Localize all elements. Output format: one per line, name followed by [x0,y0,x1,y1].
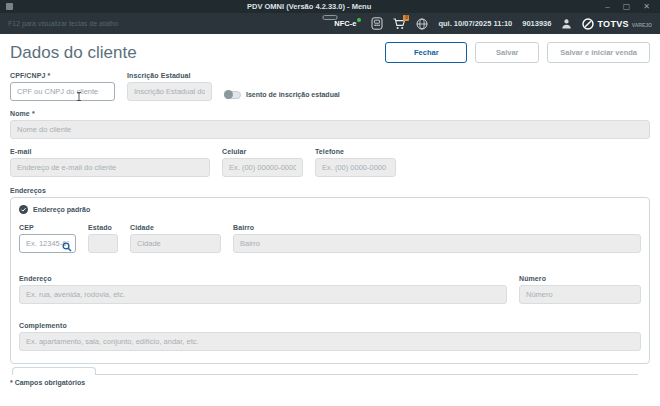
globe-icon[interactable] [416,18,428,30]
window-titlebar: PDV OMNI (Versão 4.2.33.0) - Menu – ▢ ✕ [0,0,660,13]
maximize-icon[interactable]: ▢ [623,0,631,13]
endereco-input [19,285,507,304]
user-icon[interactable] [561,18,572,29]
complemento-label: Complemento [19,322,641,329]
cart-icon[interactable]: 0 [393,18,406,30]
save-and-start-sale-button: Salvar e iniciar venda [547,42,650,63]
cidade-label: Cidade [130,224,221,231]
close-icon[interactable]: ✕ [643,0,650,13]
clipped-tab [12,367,96,375]
pinpad-icon[interactable] [371,17,383,30]
inscricao-estadual-label: Inscrição Estadual [127,72,212,79]
numero-label: Número [519,275,641,282]
datetime-display: qui. 10/07/2025 11:10 [438,19,512,28]
cep-search-icon[interactable] [62,238,72,256]
shortcut-hint: F12 para visualizar teclas de atalho [8,20,118,27]
ie-exempt-label: Isento de inscrição estadual [246,91,340,98]
close-button[interactable]: Fechar [385,42,467,63]
app-icon [6,3,13,10]
brand-segment: VAREJO [632,22,652,28]
telefone-label: Telefone [315,148,396,155]
complemento-input [19,332,641,351]
nome-label: Nome * [10,110,650,117]
nfce-online-dot [357,18,361,22]
terminal-id: 9013936 [522,19,551,28]
toggle-switch-off[interactable] [224,91,241,99]
numero-input [519,285,641,304]
cpf-cnpj-label: CPF/CNPJ * [10,72,115,79]
brand-name: TOTVS [597,19,628,29]
bairro-label: Bairro [233,224,641,231]
estado-label: Estado [88,224,118,231]
enderecos-section-label: Endereços [10,187,650,194]
email-input [10,158,210,177]
app-toolbar: F12 para visualizar teclas de atalho NFC… [0,13,660,34]
endereco-label: Endereço [19,275,507,282]
address-panel: Endereço padrão CEP Estado Cidade [10,197,650,364]
cart-badge: 0 [403,15,409,21]
save-button: Salvar [475,42,539,63]
estado-input [88,234,118,253]
menu-handle[interactable] [323,15,338,20]
email-label: E-mail [10,148,210,155]
bairro-input [233,234,641,253]
cidade-input [130,234,221,253]
celular-input [222,158,303,177]
clipped-section-top [10,366,650,374]
celular-label: Celular [222,148,303,155]
telefone-input [315,158,396,177]
window-title: PDV OMNI (Versão 4.2.33.0) - Menu [13,0,605,13]
totvs-logo: TOTVS VAREJO [582,18,652,30]
minimize-icon[interactable]: – [605,0,609,13]
ie-exempt-toggle[interactable]: Isento de inscrição estadual [224,88,340,101]
cep-label: CEP [19,224,76,231]
nome-input [10,120,650,139]
page-title: Dados do cliente [10,43,137,63]
check-circle-icon [19,205,28,214]
default-address-label: Endereço padrão [33,206,90,213]
cpf-cnpj-input[interactable] [10,82,115,101]
client-form: Dados do cliente Fechar Salvar Salvar e … [0,34,660,386]
required-fields-note: * Campos obrigatórios [10,379,650,386]
nfce-status: NFC-e [334,19,361,28]
inscricao-estadual-input [127,82,212,101]
